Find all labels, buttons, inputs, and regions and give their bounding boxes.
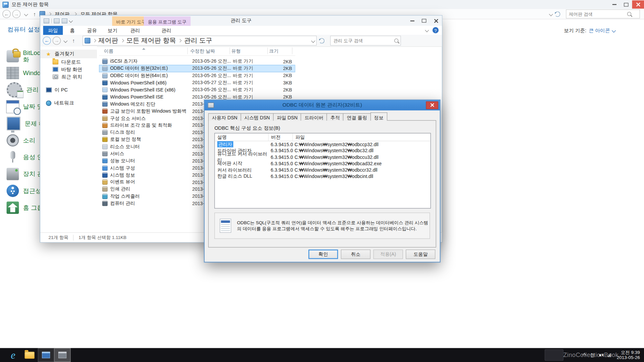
sidebar-favorites[interactable]: ★ 즐겨찾기 — [40, 50, 97, 58]
tab-home[interactable]: 홈 — [63, 26, 82, 35]
explorer-refresh-icon[interactable] — [319, 38, 324, 43]
explorer-search-input[interactable] — [332, 38, 394, 44]
column-type[interactable]: 유형 — [231, 48, 240, 54]
odbc-table-row[interactable]: 한글 리소스 DLL 6.3.9415.0 C:₩Windows₩system3… — [215, 173, 430, 180]
control-panel-item[interactable]: 문제 해 — [7, 115, 40, 132]
control-panel-item[interactable]: 접근성 — [7, 182, 40, 199]
shortcut-icon — [102, 187, 108, 192]
odbc-tab[interactable]: 드라이버 — [301, 113, 327, 121]
view-by-control[interactable]: 보기 기준: 큰 아이콘 — [564, 27, 615, 34]
address-dropdown-icon[interactable] — [311, 39, 315, 43]
column-size[interactable]: 크기 — [269, 48, 278, 54]
tab-view[interactable]: 보기 — [102, 26, 123, 35]
qat-properties-icon[interactable] — [54, 18, 59, 23]
shortcut-icon — [102, 80, 108, 85]
help-icon[interactable]: ? — [432, 27, 438, 33]
odbc-tab[interactable]: 추적 — [327, 113, 343, 121]
odbc-table-row[interactable]: 유니코드 커서 라이브러리 6.3.9415.0 C:₩Windows₩syst… — [215, 154, 430, 160]
tab-share[interactable]: 공유 — [82, 26, 102, 35]
maximize-button[interactable] — [620, 0, 632, 8]
control-panel-searchbox[interactable] — [566, 9, 640, 18]
odbc-col-file[interactable]: 파일 — [293, 133, 430, 141]
odbc-col-description[interactable]: 설명 — [215, 133, 268, 141]
column-date[interactable]: 수정한 날짜 — [190, 48, 215, 54]
close-button[interactable] — [632, 0, 644, 8]
explorer-back-button[interactable]: ← — [43, 37, 51, 45]
dialog-button[interactable]: 적용(A) — [373, 249, 403, 259]
odbc-table-row[interactable]: 관리자 6.3.9415.0 C:₩Windows₩system32₩odbcc… — [215, 141, 430, 147]
control-panel-item[interactable]: Window — [7, 64, 40, 81]
tab-file[interactable]: 파일 — [43, 26, 63, 35]
explorer-history-chevron-icon[interactable] — [63, 39, 67, 43]
sidebar-favorite-item[interactable]: 최근 위치 — [40, 73, 97, 80]
tab-manage-shortcut[interactable]: 관리 — [123, 26, 147, 35]
control-panel-item[interactable]: 날짜 및 — [7, 98, 40, 115]
ribbon-expand-icon[interactable] — [425, 28, 429, 32]
odbc-table-row[interactable]: 제어판 시작 6.3.9415.0 C:₩Windows₩system32₩od… — [215, 161, 430, 167]
up-button[interactable]: ↑ — [33, 11, 36, 17]
control-panel-item[interactable]: 관리 도 — [7, 81, 40, 98]
odbc-tab[interactable]: 정보 — [370, 113, 387, 121]
explorer-searchbox[interactable] — [330, 36, 401, 46]
file-date: 2013-05-26 오전... — [192, 65, 233, 71]
control-panel-item[interactable]: 장치 관 — [7, 165, 40, 182]
sidebar-network[interactable]: 네트워크 — [40, 99, 97, 107]
odbc-table-row[interactable]: 커서 라이브러리 6.3.9415.0 C:₩Windows₩system32₩… — [215, 167, 430, 173]
taskbar-clock[interactable]: 오전 9:39 2013-05-26 — [617, 350, 640, 360]
tab-manage-application[interactable]: 관리 — [154, 26, 178, 35]
search-icon — [394, 39, 398, 43]
forward-button[interactable]: → — [12, 10, 20, 18]
taskbar-explorer-button[interactable] — [21, 348, 38, 362]
contextual-tab-application-tools[interactable]: 응용 프로그램 도구 — [144, 16, 191, 26]
control-panel-item[interactable]: 음성 인 — [7, 148, 40, 165]
odbc-tab[interactable]: 파일 DSN — [273, 113, 301, 121]
sidebar-favorite-item[interactable]: 바탕 화면 — [40, 66, 97, 73]
file-row[interactable]: Windows PowerShell ISE (x86) 2013-05-26 … — [99, 86, 295, 93]
back-button[interactable]: ← — [2, 10, 10, 18]
refresh-icon[interactable] — [555, 11, 560, 17]
volume-icon[interactable] — [599, 353, 603, 357]
dialog-button[interactable]: 확인 — [309, 249, 338, 259]
breadcrumb-control-panel[interactable]: 제어판 — [98, 36, 118, 45]
cp-sidebar-heading[interactable]: 컴퓨터 설정 변 — [7, 26, 40, 34]
explorer-maximize-button[interactable] — [418, 17, 430, 25]
breadcrumb-all-items[interactable]: 모든 제어판 항목 — [126, 36, 176, 45]
odbc-close-button[interactable] — [426, 101, 438, 109]
breadcrumb-admin-tools[interactable]: 관리 도구 — [184, 36, 212, 45]
file-row[interactable]: ODBC 데이터 원본(64비트) 2013-05-26 오전... 바로 가기… — [99, 72, 295, 79]
odbc-tab[interactable]: 연결 풀링 — [343, 113, 371, 121]
control-panel-search-input[interactable] — [568, 11, 627, 17]
sidebar-this-pc[interactable]: 이 PC — [40, 86, 97, 94]
history-chevron-icon[interactable] — [24, 12, 28, 16]
odbc-tab[interactable]: 사용자 DSN — [208, 113, 241, 121]
taskbar-ie-button[interactable]: e — [5, 348, 21, 362]
file-row[interactable]: iSCSI 초기자 2013-05-26 오전... 바로 가기 2KB — [99, 58, 295, 65]
odbc-tab[interactable]: 시스템 DSN — [241, 113, 274, 121]
control-panel-item[interactable]: 소리 — [7, 132, 40, 148]
address-dropdown-icon[interactable] — [549, 12, 553, 16]
explorer-up-button[interactable]: ↑ — [72, 38, 75, 44]
component-description: 관리자 — [217, 141, 233, 147]
minimize-button[interactable] — [608, 0, 620, 8]
view-by-value[interactable]: 큰 아이콘 — [589, 27, 610, 34]
taskbar-admin-tools-button[interactable] — [54, 348, 71, 362]
odbc-col-version[interactable]: 버전 — [269, 133, 293, 141]
component-description: 커서 라이브러리 — [217, 167, 252, 173]
file-row[interactable]: Windows PowerShell ISE 2013-05-26 오전... … — [99, 94, 295, 101]
dialog-button[interactable]: 취소 — [341, 249, 370, 259]
dialog-button[interactable]: 도움말 — [406, 249, 435, 259]
explorer-forward-button[interactable]: → — [53, 37, 61, 45]
file-name: Windows PowerShell ISE (x86) — [110, 87, 192, 93]
control-panel-item[interactable]: 홈 그룹 — [7, 199, 40, 216]
qat-customize-icon[interactable] — [69, 19, 73, 23]
file-row[interactable]: Windows PowerShell (x86) 2013-05-27 오전..… — [99, 79, 295, 86]
explorer-close-button[interactable] — [430, 17, 442, 25]
explorer-minimize-button[interactable] — [406, 17, 418, 25]
file-row[interactable]: ODBC 데이터 원본(32비트) 2013-05-26 오전... 바로 가기… — [99, 65, 295, 72]
column-name[interactable]: 이름 — [104, 48, 113, 54]
explorer-addressbar[interactable]: 제어판 모든 제어판 항목 관리 도구 — [83, 36, 317, 46]
sidebar-favorite-item[interactable]: 다운로드 — [40, 58, 97, 66]
qat-newfolder-icon[interactable] — [62, 18, 67, 23]
control-panel-item[interactable]: BitLocke 화 — [7, 48, 40, 64]
taskbar-control-panel-button[interactable] — [38, 348, 54, 362]
